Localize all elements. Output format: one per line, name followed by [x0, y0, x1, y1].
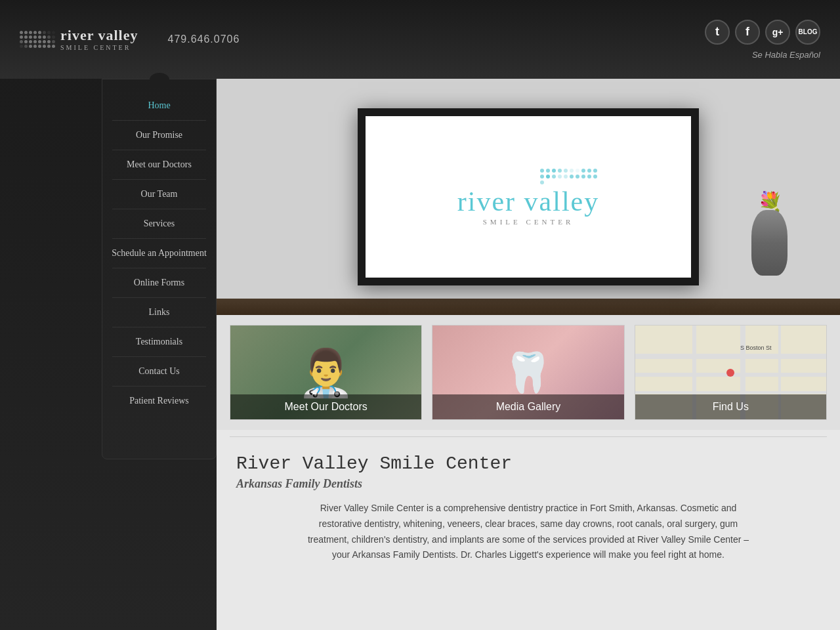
- nav-item-testimonials[interactable]: Testimonials: [102, 329, 216, 355]
- header: river valley SMILE CENTER 479.646.0706 t…: [0, 0, 840, 79]
- nav-item-team[interactable]: Our Team: [102, 181, 216, 207]
- logo-area: river valley SMILE CENTER 479.646.0706: [20, 28, 240, 51]
- nav-item-reviews[interactable]: Patient Reviews: [102, 388, 216, 414]
- page-title: River Valley Smile Center: [236, 453, 820, 474]
- map-pin: [726, 369, 734, 377]
- findus-label: Find Us: [635, 394, 826, 419]
- feature-boxes: 👨‍⚕️ Meet Our Doctors 🦷 Media Gallery S …: [217, 315, 840, 430]
- feature-box-media[interactable]: 🦷 Media Gallery: [432, 325, 624, 420]
- banner-inner: river valley SMILE CENTER: [366, 116, 691, 278]
- nav-item-contact[interactable]: Contact Us: [102, 358, 216, 385]
- banner-subtitle: SMILE CENTER: [457, 218, 599, 226]
- nav-item-promise[interactable]: Our Promise: [102, 122, 216, 148]
- main-content: river valley SMILE CENTER 💐 👨‍⚕️ Meet Ou…: [217, 79, 840, 630]
- media-label: Media Gallery: [432, 394, 623, 419]
- nav-divider: [112, 297, 206, 298]
- page-subtitle: Arkansas Family Dentists: [236, 477, 820, 491]
- nav-divider: [112, 356, 206, 357]
- text-content: River Valley Smile Center Arkansas Famil…: [217, 444, 840, 583]
- nav-divider: [112, 150, 206, 150]
- banner-frame: river valley SMILE CENTER: [358, 108, 699, 285]
- nav-divider: [112, 327, 206, 327]
- feature-box-findus[interactable]: S Boston St Find Us: [635, 325, 827, 420]
- blog-icon[interactable]: BLOG: [795, 20, 820, 45]
- phone-number: 479.646.0706: [168, 33, 240, 45]
- nav-divider: [112, 179, 206, 180]
- nav-item-home[interactable]: Home: [102, 93, 216, 119]
- social-area: t f g+ BLOG Se Habla Español: [705, 20, 820, 60]
- nav-item-links[interactable]: Links: [102, 299, 216, 326]
- social-icons: t f g+ BLOG: [705, 20, 820, 45]
- logo-text: river valley SMILE CENTER: [60, 28, 138, 51]
- nav-item-schedule[interactable]: Schedule an Appointment: [102, 240, 216, 266]
- nav-item-forms[interactable]: Online Forms: [102, 270, 216, 296]
- nav-divider: [112, 386, 206, 387]
- doctors-label: Meet Our Doctors: [230, 394, 421, 419]
- spanish-text: Se Habla Español: [752, 50, 820, 60]
- map-street-label: S Boston St: [740, 345, 772, 351]
- nav-divider: [112, 268, 206, 268]
- logo-image: river valley SMILE CENTER: [20, 28, 138, 51]
- nav-item-services[interactable]: Services: [102, 211, 216, 237]
- page-body: River Valley Smile Center is a comprehen…: [305, 501, 751, 563]
- banner-logo: river valley SMILE CENTER: [457, 169, 599, 226]
- nav-divider: [112, 209, 206, 209]
- shelf: [217, 299, 840, 315]
- sidebar: Home Our Promise Meet our Doctors Our Te…: [102, 79, 217, 630]
- nav-divider: [112, 238, 206, 239]
- vase-area: 💐: [751, 210, 788, 276]
- content-separator: [230, 436, 827, 437]
- logo-name: river valley: [60, 28, 138, 43]
- logo-dots: [20, 31, 55, 48]
- blog-label: BLOG: [799, 28, 818, 35]
- nav-divider: [112, 120, 206, 121]
- nav-item-doctors[interactable]: Meet our Doctors: [102, 152, 216, 178]
- google-plus-icon[interactable]: g+: [765, 20, 790, 45]
- banner-area: river valley SMILE CENTER 💐: [217, 79, 840, 315]
- feature-box-doctors[interactable]: 👨‍⚕️ Meet Our Doctors: [230, 325, 422, 420]
- banner-title: river valley: [457, 188, 599, 215]
- vase: [751, 210, 788, 276]
- sidebar-container: Home Our Promise Meet our Doctors Our Te…: [102, 79, 217, 459]
- facebook-icon[interactable]: f: [735, 20, 760, 45]
- logo-tagline: SMILE CENTER: [60, 44, 138, 51]
- twitter-icon[interactable]: t: [705, 20, 730, 45]
